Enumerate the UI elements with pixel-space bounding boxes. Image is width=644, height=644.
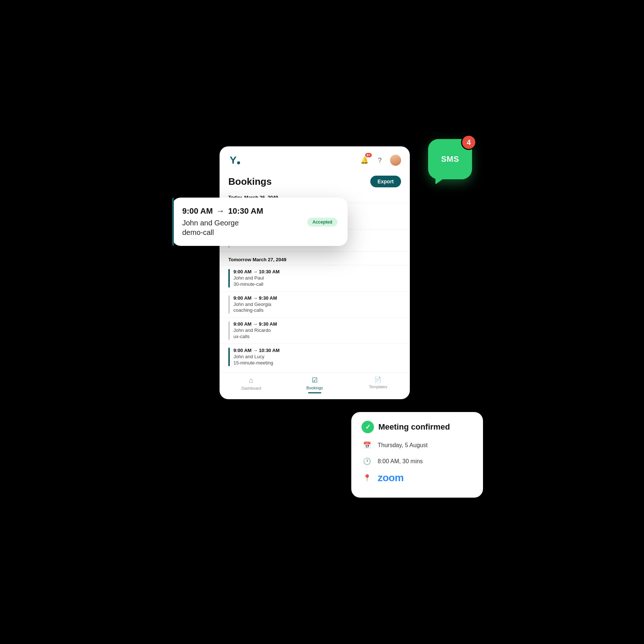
- nav-active-indicator: [308, 392, 321, 393]
- booking-item-lucy[interactable]: 9:00 AM → 10:30 AM John and Lucy15-minut…: [220, 344, 410, 370]
- time-bar-georgia: [228, 295, 230, 314]
- sms-badge: 4: [461, 135, 476, 150]
- nav-templates[interactable]: 📄 Templates: [347, 376, 410, 393]
- avatar-image: [390, 155, 401, 166]
- accepted-badge: Accepted: [307, 218, 337, 226]
- check-mark-icon: ✓: [365, 423, 371, 431]
- notification-wrapper[interactable]: 🔔 9+: [359, 155, 370, 165]
- booking-name-paul: John and Paul30-minute-call: [233, 275, 401, 288]
- export-button[interactable]: Export: [370, 176, 401, 187]
- logo-icon: Y: [228, 154, 242, 167]
- header-icons: 🔔 9+ ?: [359, 155, 401, 166]
- nav-bookings[interactable]: ☑ Bookings: [283, 376, 346, 393]
- booking-time-paul: 9:00 AM → 10:30 AM: [233, 269, 401, 274]
- booking-info-georgia: 9:00 AM → 9:30 AM John and Georgiacoachi…: [233, 295, 401, 314]
- meeting-time-detail: 🕐 8:00 AM, 30 mins: [362, 456, 473, 467]
- tomorrow-section: Tomorrow March 27, 2049: [220, 251, 410, 265]
- meeting-confirmed-card: ✓ Meeting confirmed 📅 Thursday, 5 August…: [351, 412, 483, 498]
- logo-letter: Y: [230, 155, 237, 165]
- booking-item-ricardo[interactable]: 9:00 AM → 9:30 AM John and Ricardoux-cal…: [220, 317, 410, 344]
- bookings-title: Bookings: [228, 176, 272, 187]
- expanded-left-bar: [172, 198, 174, 246]
- nav-dashboard[interactable]: ⌂ Dashboard: [220, 376, 283, 393]
- avatar[interactable]: [390, 155, 401, 166]
- booking-name-georgia: John and Georgiacoaching-calls: [233, 302, 401, 314]
- app-card: Y 🔔 9+ ? Bookings Export Today, M: [220, 146, 410, 399]
- zoom-logo: zoom: [378, 472, 404, 484]
- calendar-icon: 📅: [362, 440, 372, 451]
- booking-name-lucy: John and Lucy15-minute-meeting: [233, 354, 401, 366]
- templates-label: Templates: [369, 385, 387, 389]
- app-header: Y 🔔 9+ ?: [220, 146, 410, 171]
- meeting-title-row: ✓ Meeting confirmed: [362, 421, 473, 433]
- tomorrow-label: Tomorrow March 27, 2049: [228, 257, 287, 262]
- booking-time-lucy: 9:00 AM → 10:30 AM: [233, 348, 401, 353]
- dashboard-icon: ⌂: [249, 376, 254, 385]
- time-bar-paul: [228, 269, 230, 288]
- help-icon[interactable]: ?: [375, 155, 385, 165]
- expanded-time: 9:00 AM → 10:30 AM: [182, 206, 337, 216]
- bookings-label: Bookings: [306, 386, 323, 390]
- app-logo: Y: [228, 154, 242, 167]
- booking-item-georgia[interactable]: 9:00 AM → 9:30 AM John and Georgiacoachi…: [220, 291, 410, 318]
- sms-label: SMS: [441, 154, 459, 164]
- location-icon: 📍: [362, 472, 372, 483]
- meeting-location-detail: 📍 zoom: [362, 472, 473, 484]
- booking-info-paul: 9:00 AM → 10:30 AM John and Paul30-minut…: [233, 269, 401, 288]
- booking-time-ricardo: 9:00 AM → 9:30 AM: [233, 321, 401, 327]
- dashboard-label: Dashboard: [242, 386, 261, 390]
- booking-info-ricardo: 9:00 AM → 9:30 AM John and Ricardoux-cal…: [233, 321, 401, 340]
- meeting-time: 8:00 AM, 30 mins: [378, 458, 423, 465]
- bottom-nav: ⌂ Dashboard ☑ Bookings 📄 Templates: [220, 372, 410, 399]
- booking-time-georgia: 9:00 AM → 9:30 AM: [233, 295, 401, 301]
- check-circle: ✓: [362, 421, 374, 433]
- meeting-date-detail: 📅 Thursday, 5 August: [362, 440, 473, 451]
- meeting-date: Thursday, 5 August: [378, 442, 428, 449]
- booking-name-ricardo: John and Ricardoux-calls: [233, 327, 401, 340]
- notification-badge: 9+: [365, 153, 372, 157]
- clock-icon: 🕐: [362, 456, 372, 467]
- booking-item-paul[interactable]: 9:00 AM → 10:30 AM John and Paul30-minut…: [220, 265, 410, 291]
- bookings-header: Bookings Export: [220, 171, 410, 190]
- expanded-booking-card: 9:00 AM → 10:30 AM John and Georgedemo-c…: [172, 198, 348, 246]
- sms-notification[interactable]: SMS 4: [428, 139, 472, 179]
- confirmed-text: Meeting confirmed: [378, 422, 450, 432]
- time-bar-lucy: [228, 348, 230, 366]
- time-bar-ricardo: [228, 321, 230, 340]
- logo-dot: [237, 161, 240, 164]
- booking-info-lucy: 9:00 AM → 10:30 AM John and Lucy15-minut…: [233, 348, 401, 366]
- templates-icon: 📄: [374, 376, 382, 383]
- bookings-icon: ☑: [312, 376, 318, 384]
